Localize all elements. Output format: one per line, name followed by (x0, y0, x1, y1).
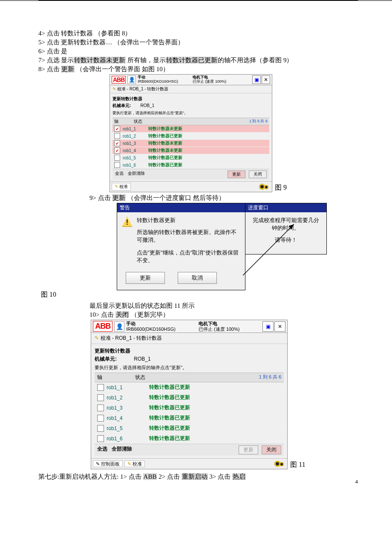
hl: 热启 (232, 473, 246, 480)
path: 校准 - ROB_1 - 转数计数器 (117, 87, 169, 91)
axis-status: 转数计数器未更新 (148, 140, 182, 146)
update-button[interactable]: 更新 (239, 445, 258, 454)
table-row[interactable]: rob1_6转数计数器已更新 (112, 162, 269, 169)
checkbox-icon[interactable] (114, 155, 120, 161)
table-row[interactable]: ✔rob1_1转数计数器未更新 (112, 125, 269, 133)
motor: 电机下电 (193, 75, 208, 79)
table-row[interactable]: rob1_2转数计数器已更新 (95, 393, 284, 403)
checkbox-icon[interactable] (97, 394, 104, 401)
title: 更新转数计数器 (95, 348, 130, 354)
t: 3> 点击 (208, 473, 232, 480)
checkbox-icon[interactable] (97, 425, 104, 432)
axis-status: 转数计数器已更新 (148, 133, 182, 139)
table-row[interactable]: rob1_2转数计数器已更新 (112, 133, 269, 140)
axis-name: rob1_3 (107, 405, 149, 411)
user-icon[interactable]: 👤 (127, 75, 136, 84)
axis-name: rob1_1 (123, 127, 148, 131)
range: 1 到 6 共 6 (249, 119, 268, 124)
step-4: 4> 点击 转数计数器 （参看图 8） (38, 29, 358, 38)
select-all-button[interactable]: 全选 (97, 445, 107, 454)
checkbox-icon[interactable] (97, 405, 104, 411)
min-icon[interactable]: ▣ (252, 75, 261, 84)
axis-name: rob1_5 (107, 425, 149, 431)
post-9: 最后显示更新以后的状态如图 11 所示 (89, 302, 358, 310)
close-icon[interactable]: ✕ (274, 321, 285, 332)
table-row[interactable]: rob1_4转数计数器已更新 (95, 413, 284, 423)
table-row[interactable]: rob1_5转数计数器已更新 (112, 154, 269, 162)
checkbox-icon[interactable] (114, 133, 120, 139)
col-axis: 轴 (114, 119, 118, 124)
mode: 手动 (126, 321, 135, 326)
table-row[interactable]: rob1_3转数计数器已更新 (95, 403, 284, 413)
close-button[interactable]: 关闭 (249, 171, 267, 178)
t: 第七步:重新启动机器人方法: 1> 点击 (38, 473, 143, 480)
close-button[interactable]: 关闭 (262, 445, 281, 454)
t: （会弹出一个进度窗口 然后等待） (126, 194, 225, 201)
hl: 更新 (112, 194, 126, 201)
speed: 已停止 (速度 100%) (199, 327, 240, 332)
checkbox-icon[interactable] (97, 415, 104, 422)
prog-p2: 请等待！ (251, 236, 321, 244)
foot-cal-button[interactable]: ✎ 校准 (124, 460, 145, 467)
step-7: 7> 点选 显示转数计数器未更新 所有轴，显示转数计数器已更新的轴不用选择（参看… (38, 56, 358, 64)
user-icon[interactable]: 👤 (114, 321, 124, 332)
clear-all-button[interactable]: 全部清除 (112, 445, 132, 454)
path: 校准 - ROB_1 - 转数计数器 (101, 335, 162, 341)
dialog-update-button[interactable]: 更新 (126, 272, 165, 284)
axis-name: rob1_3 (123, 141, 148, 146)
axis-list-9: ✔rob1_1转数计数器未更新rob1_2转数计数器已更新✔rob1_3转数计数… (112, 125, 269, 169)
clear-all-button[interactable]: 全部清除 (128, 171, 145, 178)
mode: 手动 (138, 75, 145, 79)
step-10: 10> 点击 关闭 （更新完毕） (89, 311, 358, 319)
close-icon[interactable]: ✕ (262, 75, 270, 84)
figure-10-label: 图 10 (41, 290, 82, 299)
page-number: 4 (355, 478, 358, 485)
instruction: 要执行更新，请选择相应的轴并点击"更新"。 (112, 110, 269, 116)
motor: 电机下电 (199, 321, 217, 326)
range: 1 到 6 共 6 (259, 374, 282, 381)
dialog-cancel-button[interactable]: 取消 (178, 272, 217, 284)
t: 9> 点击 (89, 194, 112, 201)
foot-cal-button[interactable]: ✎ 校准 (112, 183, 131, 191)
table-row[interactable]: ✔rob1_3转数计数器未更新 (112, 140, 269, 147)
checkbox-icon[interactable]: ✔ (114, 147, 120, 153)
table-row[interactable]: rob1_5转数计数器已更新 (95, 423, 284, 434)
hl: 转数计数器未更新 (74, 57, 126, 64)
checkbox-icon[interactable]: ✔ (114, 126, 120, 132)
t: （会弹出一个警告界面 如图 10） (75, 66, 169, 72)
update-button[interactable]: 更新 (228, 171, 245, 178)
axis-list-11: rob1_1转数计数器已更新rob1_2转数计数器已更新rob1_3转数计数器已… (95, 382, 284, 444)
col-status: 状态 (135, 374, 145, 380)
mech-val: ROB_1 (141, 103, 155, 108)
checkbox-icon[interactable] (114, 162, 120, 168)
mech-val: ROB_1 (134, 356, 150, 362)
t: 7> 点选 显示 (38, 57, 74, 64)
select-all-button[interactable]: 全选 (115, 171, 124, 178)
axis-status: 转数计数器已更新 (149, 404, 190, 411)
checkbox-icon[interactable]: ✔ (114, 140, 120, 146)
min-icon[interactable]: ▣ (262, 321, 274, 332)
warn-p1: 所选轴的转数计数器将被更新。此操作不可撤消。 (137, 228, 240, 244)
hl: 更新 (61, 66, 75, 72)
table-row[interactable]: rob1_1转数计数器已更新 (95, 382, 284, 393)
table-row[interactable]: ✔rob1_4转数计数器未更新 (112, 147, 269, 154)
warning-icon: ! (122, 217, 133, 227)
abb-logo[interactable]: ABB (93, 321, 112, 332)
gear-icon[interactable] (274, 460, 285, 468)
gear-icon[interactable] (258, 182, 270, 191)
axis-name: rob1_4 (107, 415, 149, 421)
progress-dialog: 进度窗口 完成校准程序可能需要几分钟的时间。 请等待！ (245, 203, 327, 254)
checkbox-icon[interactable] (97, 435, 104, 442)
abb-logo[interactable]: ABB (112, 76, 126, 84)
figure-9-label: 图 9 (275, 183, 287, 192)
t: 8> 点击 (38, 66, 61, 72)
axis-status: 转数计数器已更新 (149, 414, 190, 422)
figure-11-window: ABB 👤 手动 IRB6600(DKD160HSG) 电机下电 已停止 (速度… (91, 320, 288, 469)
axis-name: rob1_5 (123, 156, 148, 160)
table-row[interactable]: rob1_6转数计数器已更新 (95, 434, 284, 444)
hl: 关闭 (115, 311, 129, 318)
axis-name: rob1_1 (107, 384, 149, 390)
hl: 转数计数器已更新 (166, 57, 218, 64)
checkbox-icon[interactable] (97, 384, 104, 391)
foot-panel-button[interactable]: ✎ 控制面板 (93, 460, 123, 467)
